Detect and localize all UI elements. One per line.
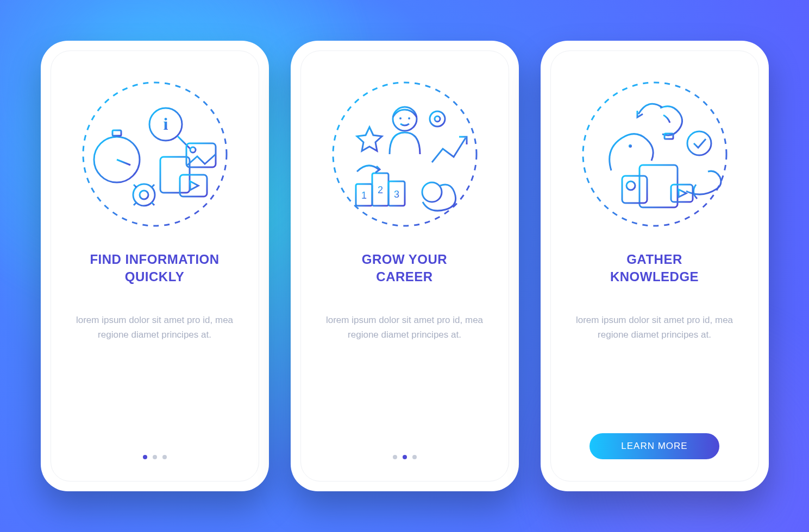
- svg-point-47: [687, 131, 711, 155]
- onboarding-phone-3: GATHER KNOWLEDGE lorem ipsum dolor sit a…: [541, 41, 769, 491]
- onboarding-title: FIND INFORMATION QUICKLY: [90, 251, 219, 288]
- onboarding-description: lorem ipsum dolor sit amet pro id, mea r…: [573, 313, 736, 342]
- onboarding-screen-2: 1 2 3 GROW YOUR CAREER lorem ipsum dolor…: [300, 50, 509, 482]
- onboarding-title: GROW YOUR CAREER: [362, 251, 447, 288]
- info-search-icon: i: [79, 78, 231, 230]
- learn-more-button[interactable]: LEARN MORE: [589, 433, 719, 459]
- onboarding-title: GATHER KNOWLEDGE: [610, 251, 699, 288]
- page-indicator: [393, 455, 417, 466]
- onboarding-screen-1: i FIND INFORMATION QUICKLY lorem ipsum d…: [51, 50, 259, 482]
- svg-rect-4: [112, 130, 121, 136]
- svg-point-54: [626, 181, 635, 190]
- svg-point-31: [435, 116, 440, 122]
- svg-line-3: [117, 160, 130, 165]
- svg-point-0: [83, 83, 227, 226]
- svg-marker-15: [190, 181, 198, 190]
- svg-line-22: [134, 185, 136, 187]
- onboarding-description: lorem ipsum dolor sit amet pro id, mea r…: [73, 313, 236, 342]
- svg-marker-36: [357, 127, 382, 151]
- svg-point-13: [190, 147, 196, 153]
- onboarding-phone-2: 1 2 3 GROW YOUR CAREER lorem ipsum dolor…: [291, 41, 519, 491]
- svg-line-25: [134, 202, 136, 205]
- svg-line-6: [178, 136, 190, 149]
- onboarding-screen-3: GATHER KNOWLEDGE lorem ipsum dolor sit a…: [550, 50, 759, 482]
- pager-dot-1[interactable]: [393, 455, 397, 459]
- svg-rect-12: [186, 143, 216, 167]
- career-growth-icon: 1 2 3: [329, 78, 481, 230]
- svg-marker-56: [679, 189, 686, 197]
- svg-line-24: [152, 185, 154, 187]
- cta-container: LEARN MORE: [589, 433, 719, 466]
- svg-point-30: [430, 111, 445, 126]
- svg-point-28: [399, 117, 402, 119]
- svg-point-17: [140, 191, 148, 199]
- svg-point-43: [422, 182, 442, 202]
- svg-rect-53: [622, 176, 647, 203]
- svg-rect-46: [664, 134, 673, 139]
- pager-dot-2[interactable]: [153, 455, 157, 459]
- onboarding-description: lorem ipsum dolor sit amet pro id, mea r…: [323, 313, 486, 342]
- svg-point-29: [408, 117, 410, 119]
- svg-text:2: 2: [377, 185, 382, 195]
- knowledge-gather-icon: [579, 78, 731, 230]
- onboarding-phone-1: i FIND INFORMATION QUICKLY lorem ipsum d…: [41, 41, 269, 491]
- pager-dot-2[interactable]: [403, 455, 407, 459]
- svg-text:3: 3: [393, 189, 399, 200]
- svg-line-23: [152, 202, 154, 205]
- pager-dot-3[interactable]: [162, 455, 167, 459]
- pager-dot-1[interactable]: [143, 455, 147, 459]
- page-indicator: [143, 455, 167, 466]
- svg-point-27: [393, 107, 417, 131]
- svg-text:i: i: [163, 114, 168, 134]
- svg-text:1: 1: [361, 190, 366, 201]
- svg-point-45: [629, 144, 632, 148]
- pager-dot-3[interactable]: [412, 455, 417, 459]
